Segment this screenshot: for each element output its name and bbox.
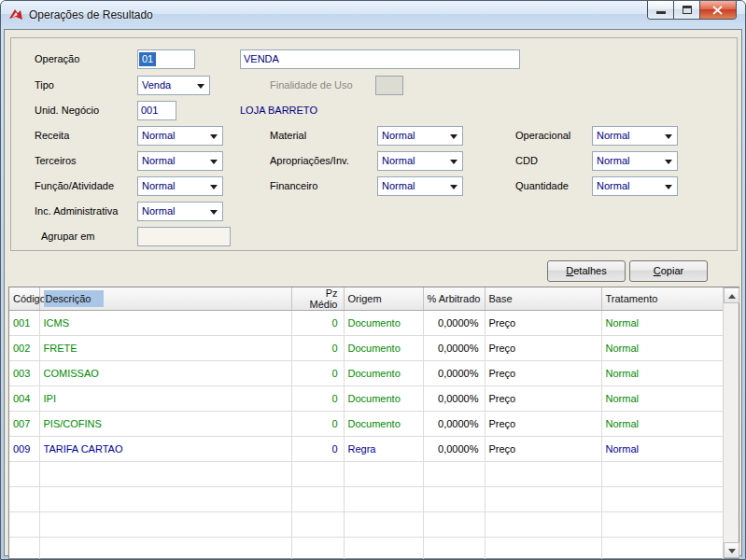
agrupar-em-input[interactable] <box>137 227 231 246</box>
cell-tratamento[interactable]: Normal <box>601 437 723 462</box>
chevron-down-icon <box>665 185 672 189</box>
empty-row[interactable] <box>9 512 723 538</box>
quantidade-combo[interactable]: Normal <box>592 176 678 196</box>
receita-combo[interactable]: Normal <box>137 126 223 146</box>
copiar-button[interactable]: Copiar <box>629 260 708 282</box>
cell-tratamento[interactable]: Normal <box>601 361 723 386</box>
maximize-button[interactable] <box>674 1 700 19</box>
cell-pz_medio[interactable]: 0 <box>291 412 344 437</box>
cell-descricao[interactable]: IPI <box>39 386 291 412</box>
cell-pz_medio[interactable]: 0 <box>291 386 344 412</box>
chevron-down-icon <box>665 160 672 164</box>
minimize-button[interactable] <box>648 1 674 19</box>
cell-descricao[interactable]: TARIFA CARTAO <box>39 437 291 462</box>
column-header-descricao[interactable]: Descrição <box>39 287 291 311</box>
unid-negocio-name: LOJA BARRETO <box>240 105 317 116</box>
quantidade-label: Quantidade <box>515 180 569 191</box>
cell-tratamento[interactable]: Normal <box>601 412 723 437</box>
cell-arbitrado[interactable]: 0,0000% <box>423 412 485 437</box>
cell-codigo[interactable]: 003 <box>9 361 39 386</box>
close-button[interactable] <box>700 1 736 19</box>
empty-row[interactable] <box>9 538 723 560</box>
scroll-up-button[interactable] <box>724 287 739 303</box>
column-header-pz-medio[interactable]: Pz Médio <box>291 287 344 311</box>
funcao-atividade-combo[interactable]: Normal <box>137 176 223 196</box>
cell-origem[interactable]: Documento <box>344 336 423 361</box>
chevron-down-icon <box>450 160 457 164</box>
tipo-combo[interactable]: Venda <box>137 76 210 95</box>
column-header-codigo[interactable]: Código <box>9 287 39 311</box>
vertical-scrollbar[interactable] <box>723 287 739 558</box>
column-header-arbitrado[interactable]: % Arbitrado <box>423 287 485 311</box>
cell-base[interactable]: Preço <box>485 311 601 336</box>
cell-arbitrado[interactable]: 0,0000% <box>423 437 485 462</box>
form-panel: Operação 01 VENDA Tipo Venda Finalidade … <box>10 37 738 251</box>
detalhes-button[interactable]: Detalhes <box>547 260 626 282</box>
cell-origem[interactable]: Documento <box>344 361 423 386</box>
column-header-base[interactable]: Base <box>485 287 601 311</box>
cell-base[interactable]: Preço <box>485 361 601 386</box>
cell-descricao[interactable]: COMISSAO <box>39 361 291 386</box>
table-row[interactable]: 009TARIFA CARTAO0Regra0,0000%PreçoNormal <box>9 437 723 462</box>
operacao-code-selection: 01 <box>139 52 156 66</box>
operacao-name-input[interactable]: VENDA <box>240 49 520 69</box>
scroll-down-button[interactable] <box>724 542 739 558</box>
chevron-down-icon <box>210 210 218 215</box>
cell-arbitrado[interactable]: 0,0000% <box>423 361 485 386</box>
tipo-label: Tipo <box>35 79 54 91</box>
cell-base[interactable]: Preço <box>485 437 601 462</box>
empty-row[interactable] <box>9 487 723 512</box>
cell-pz_medio[interactable]: 0 <box>291 437 344 462</box>
inc-administrativa-combo[interactable]: Normal <box>137 202 223 221</box>
cdd-label: CDD <box>515 155 538 166</box>
cdd-combo[interactable]: Normal <box>592 151 678 171</box>
terceiros-combo[interactable]: Normal <box>137 151 223 171</box>
cell-base[interactable]: Preço <box>485 412 601 437</box>
titlebar[interactable]: Operações de Resultado <box>1 1 745 29</box>
cell-codigo[interactable]: 001 <box>9 311 39 336</box>
arrow-down-icon <box>728 549 736 553</box>
column-header-origem[interactable]: Origem <box>344 287 423 311</box>
cell-tratamento[interactable]: Normal <box>601 336 723 361</box>
terceiros-label: Terceiros <box>35 155 77 166</box>
cell-codigo[interactable]: 007 <box>9 412 39 437</box>
table-row[interactable]: 004IPI0Documento0,0000%PreçoNormal <box>9 386 723 412</box>
cell-origem[interactable]: Regra <box>344 437 423 462</box>
cell-pz_medio[interactable]: 0 <box>291 361 344 386</box>
cell-origem[interactable]: Documento <box>344 311 423 336</box>
cell-arbitrado[interactable]: 0,0000% <box>423 336 485 361</box>
chevron-down-icon <box>665 134 672 139</box>
maximize-icon <box>683 6 692 14</box>
cell-codigo[interactable]: 009 <box>9 437 39 462</box>
cell-base[interactable]: Preço <box>485 386 601 412</box>
material-label: Material <box>270 130 306 141</box>
apropriacoes-combo[interactable]: Normal <box>377 151 463 171</box>
chevron-down-icon <box>197 84 204 89</box>
empty-row[interactable] <box>9 462 723 487</box>
financeiro-combo[interactable]: Normal <box>377 176 463 196</box>
table-row[interactable]: 002FRETE0Documento0,0000%PreçoNormal <box>9 336 723 361</box>
cell-descricao[interactable]: PIS/COFINS <box>39 412 291 437</box>
table-row[interactable]: 003COMISSAO0Documento0,0000%PreçoNormal <box>9 361 723 386</box>
table-row[interactable]: 007PIS/COFINS0Documento0,0000%PreçoNorma… <box>9 412 723 437</box>
material-combo[interactable]: Normal <box>377 126 463 146</box>
finalidade-input <box>375 76 403 95</box>
cell-base[interactable]: Preço <box>485 336 601 361</box>
cell-descricao[interactable]: ICMS <box>39 311 291 336</box>
cell-arbitrado[interactable]: 0,0000% <box>423 311 485 336</box>
cell-origem[interactable]: Documento <box>344 386 423 412</box>
table-row[interactable]: 001ICMS0Documento0,0000%PreçoNormal <box>9 311 723 336</box>
unid-negocio-input[interactable]: 001 <box>137 101 176 120</box>
cell-codigo[interactable]: 004 <box>9 386 39 412</box>
cell-descricao[interactable]: FRETE <box>39 336 291 361</box>
cell-tratamento[interactable]: Normal <box>601 311 723 336</box>
column-header-tratamento[interactable]: Tratamento <box>601 287 723 311</box>
cell-arbitrado[interactable]: 0,0000% <box>423 386 485 412</box>
cell-origem[interactable]: Documento <box>344 412 423 437</box>
cell-pz_medio[interactable]: 0 <box>291 336 344 361</box>
operacional-combo[interactable]: Normal <box>592 126 678 146</box>
cell-codigo[interactable]: 002 <box>9 336 39 361</box>
cell-pz_medio[interactable]: 0 <box>291 311 344 336</box>
operacao-code-input[interactable]: 01 <box>137 49 195 69</box>
cell-tratamento[interactable]: Normal <box>601 386 723 412</box>
